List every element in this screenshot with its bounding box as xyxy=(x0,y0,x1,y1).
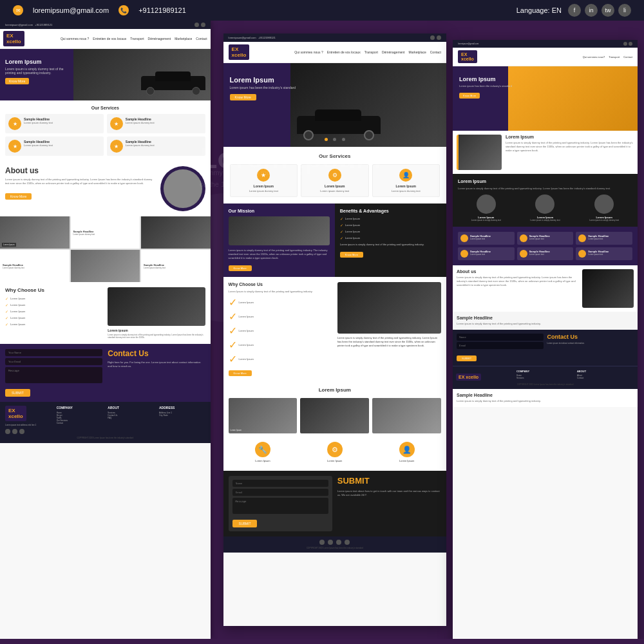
left-why-car-img xyxy=(108,287,205,326)
center-hero-subtitle: Lorem ipsum has been the industry's stan… xyxy=(230,86,296,90)
center-w4-text: Lorem Ipsum xyxy=(239,343,254,346)
left-nav-1[interactable]: Qui sommes nous ? xyxy=(61,37,89,41)
twitter-icon[interactable]: tw xyxy=(601,4,614,17)
left-hero-btn[interactable]: Know More xyxy=(5,78,29,84)
center-nav-6[interactable]: Contact xyxy=(430,50,441,54)
right-footer-about: ABOUT About Contact xyxy=(577,370,634,381)
left-footer-company: COMPANY Home De qui Tariffs Our Services… xyxy=(57,406,103,434)
check-5: ✓ xyxy=(5,322,8,327)
center-w2: ✓Lorem Ipsum xyxy=(229,310,332,323)
center-hero-dots xyxy=(223,132,446,144)
center-why-btn[interactable]: Know More xyxy=(229,370,252,376)
right-hero-btn[interactable]: Know More xyxy=(459,93,480,99)
center-benefits-btn[interactable]: Know More xyxy=(340,252,363,258)
left-services-grid: ★ Sample Headline Lorem ipsum dummy text… xyxy=(5,114,205,156)
center-svc-2-title: Lorem Ipsum xyxy=(305,184,364,188)
left-why-2: ✓Lorem Ipsum xyxy=(5,303,102,307)
left-nav-5[interactable]: Marketplace xyxy=(175,37,192,41)
left-email-input[interactable] xyxy=(5,358,102,365)
left-fb-icon xyxy=(194,23,199,27)
left-nav-2[interactable]: Entretien de vos locaux xyxy=(93,37,126,41)
right-about-title: About us xyxy=(457,269,578,274)
left-submit-btn[interactable]: SUBMIT xyxy=(5,389,30,397)
left-footer-copy: COPYRIGHT 2023 Lorem Ipsum has been the … xyxy=(5,437,205,439)
left-gal-6: Sample Headline Lorem ipsum dummy text xyxy=(141,250,211,282)
right-contact-title: Contact Us xyxy=(547,334,634,340)
left-why-items: ✓Lorem Ipsum ✓Lorem Ipsum ✓Lorem Ipsum ✓… xyxy=(5,296,102,327)
center-svc-1-text: Lorem ipsum dummy text xyxy=(234,189,293,193)
left-footer-fb[interactable] xyxy=(5,429,10,434)
right-footer-copy: COPYRIGHT 2023 Lorem Ipsum has been the … xyxy=(456,383,634,386)
center-why-content: Why Choose Us Lorem Ipsum is simply dumm… xyxy=(229,282,332,377)
left-about-btn[interactable]: Know More xyxy=(5,193,32,200)
linkedin-icon[interactable]: li xyxy=(618,4,631,17)
left-hero: Lorem Ipsum Lorem ipsum is simply dummy … xyxy=(0,49,211,100)
center-icons-row: 🔧 Lorem Ipsum ⚙ Lorem Ipsum 👤 Lorem Ipsu… xyxy=(229,439,441,466)
left-name-input[interactable] xyxy=(5,349,102,356)
center-footer-fb[interactable] xyxy=(319,540,325,545)
right-nav: EXxcello Qui sommes nous? Transport Cont… xyxy=(453,48,638,66)
center-b3: ✓Lorem Ipsum xyxy=(340,229,441,234)
right-s4-content: Sample Headline Lorem ipsum text xyxy=(470,250,491,256)
left-nav-3[interactable]: Transport xyxy=(130,37,144,41)
center-nav-4[interactable]: Déménagement xyxy=(382,50,405,54)
car-roof-l xyxy=(155,71,191,81)
left-why-title: Why Choose Us xyxy=(5,287,102,293)
right-hero-title: Lorem Ipsum xyxy=(459,76,512,82)
right-hero-orange xyxy=(508,66,638,131)
left-footer-ig[interactable] xyxy=(12,429,17,434)
left-s1-desc: Lorem ipsum dummy text xyxy=(24,121,53,124)
instagram-icon[interactable]: in xyxy=(585,4,598,17)
left-why-4-text: Lorem Ipsum xyxy=(10,316,25,319)
facebook-icon[interactable]: f xyxy=(568,4,581,17)
left-nav-4[interactable]: Déménagement xyxy=(148,37,171,41)
top-bar-right: Language: EN f in tw li xyxy=(516,4,631,17)
center-nav-3[interactable]: Transport xyxy=(365,50,378,54)
center-footer-in[interactable] xyxy=(336,540,341,545)
right-footer-company-title: COMPANY xyxy=(516,370,574,373)
left-gal-2: Sample Headline Lorem ipsum dummy text xyxy=(71,216,140,249)
right-nav-1[interactable]: Qui sommes nous? xyxy=(583,55,605,59)
left-footer-brand: EXxcello Lorem ipsum text address info l… xyxy=(5,406,52,434)
right-nav-2[interactable]: Transport xyxy=(609,55,620,59)
center-features-grid: Lorem Ipsum xyxy=(229,398,441,433)
left-message-input[interactable] xyxy=(5,367,102,383)
left-why-2-text: Lorem Ipsum xyxy=(10,303,25,307)
right-email-input[interactable] xyxy=(457,342,544,349)
center-mission: Our Mission Lorem ipsum is simply dummy … xyxy=(223,204,446,277)
center-footer-tw[interactable] xyxy=(328,540,333,545)
center-hero-btn[interactable]: Know More xyxy=(230,94,256,100)
center-nav-items: Qui sommes nous ? Entretien de vos locau… xyxy=(294,50,441,54)
left-service-4: ★ Sample Headline Lorem ipsum dummy text xyxy=(107,137,205,156)
right-team-3: Lorem Ipsum Lorem ipsum is simply dummy … xyxy=(576,194,632,222)
right-samples-row1: Sample Headline Lorem ipsum text Sample … xyxy=(458,232,632,245)
center-feat-2 xyxy=(300,398,369,433)
center-submit-btn[interactable]: SUBMIT xyxy=(232,520,258,527)
left-footer-about: ABOUT Services Contact Us FAQ xyxy=(108,406,154,434)
check-2: ✓ xyxy=(5,303,8,307)
center-feat-3 xyxy=(372,398,441,433)
center-benefits-items: ✓Lorem Ipsum ✓Lorem Ipsum ✓Lorem Ipsum ✓… xyxy=(340,216,441,240)
right-nav-3[interactable]: Contact xyxy=(623,55,632,59)
center-nav-2[interactable]: Entretien de vos locaux xyxy=(327,50,361,54)
right-name-input[interactable] xyxy=(457,334,544,341)
center-nav-1[interactable]: Qui sommes nous ? xyxy=(294,50,323,54)
center-svc-1-icon: ★ xyxy=(257,169,270,182)
center-contact: SUBMIT SUBMIT Lorem ipsum text about how… xyxy=(223,471,446,536)
right-extra: Sample Headline Lorem ipsum is simply du… xyxy=(453,389,638,407)
left-footer-address: Lorem ipsum text address info line 1 xyxy=(5,424,52,426)
center-name-input[interactable] xyxy=(232,480,328,487)
right-submit-btn[interactable]: SUBMIT xyxy=(457,355,477,361)
left-footer-tw[interactable] xyxy=(19,429,24,434)
center-message-input[interactable] xyxy=(232,498,328,514)
center-mission-btn[interactable]: Know More xyxy=(229,265,252,271)
center-footer-li[interactable] xyxy=(345,540,350,545)
right-nav-items: Qui sommes nous? Transport Contact xyxy=(583,55,632,59)
left-nav-6[interactable]: Contact xyxy=(196,37,207,41)
center-logo: EXxcello xyxy=(229,44,250,60)
center-why: Why Choose Us Lorem Ipsum is simply dumm… xyxy=(223,277,446,382)
left-contact-text: Right here for you. For being the one. L… xyxy=(108,361,205,369)
center-email-input[interactable] xyxy=(232,489,328,496)
center-mission-text: Lorem ipsum is simply dummy text of the … xyxy=(229,249,330,260)
center-nav-5[interactable]: Marketplace xyxy=(409,50,426,54)
